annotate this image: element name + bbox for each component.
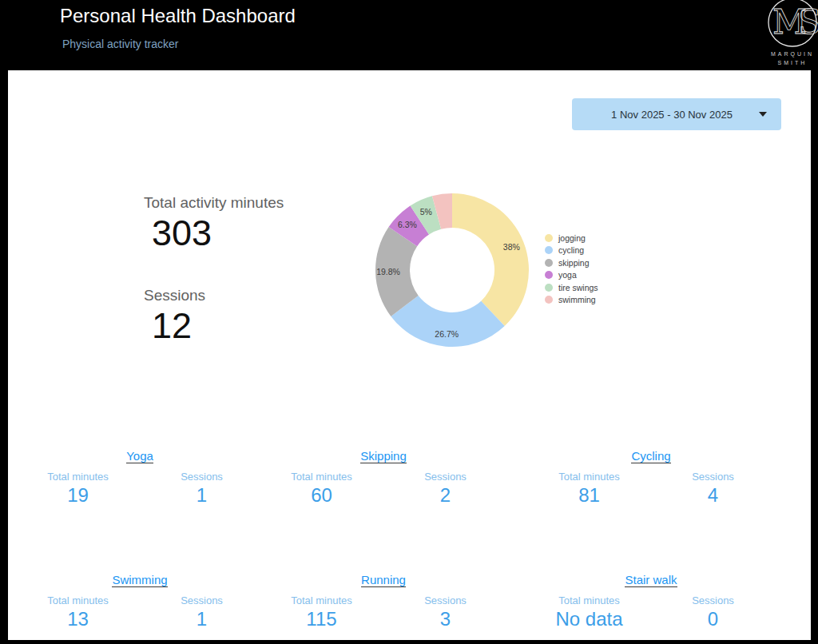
card-minutes-value: No data (527, 608, 651, 630)
activity-card-skipping: Skipping Total minutes 60 Sessions 2 (260, 449, 507, 507)
card-minutes-value: 115 (260, 608, 383, 630)
card-minutes-value: 19 (16, 484, 140, 507)
date-range-selector[interactable]: 1 Nov 2025 - 30 Nov 2025 (572, 98, 781, 130)
legend-item-tire-swings: tire swings (545, 281, 598, 294)
activity-card-swimming: Swimming Total minutes 13 Sessions 1 (16, 573, 264, 630)
logo-monogram: MS (772, 2, 818, 42)
legend-label: cycling (558, 245, 584, 255)
legend-item-yoga: yoga (545, 269, 598, 282)
activity-card-cycling: Cycling Total minutes 81 Sessions 4 (527, 449, 775, 507)
legend-swatch-icon (545, 284, 553, 292)
legend-item-swimming: swimming (545, 294, 598, 307)
card-minutes-label: Total minutes (16, 594, 140, 606)
card-sessions-label: Sessions (651, 471, 775, 483)
sessions-value: 12 (152, 306, 284, 346)
legend-item-skipping: skipping (545, 256, 598, 269)
card-minutes-value: 81 (527, 484, 651, 507)
page-title: Personal Health Dashboard (60, 5, 296, 27)
slice-pct-label: 6.3% (398, 220, 417, 229)
total-minutes-label: Total activity minutes (144, 194, 284, 212)
legend-label: tire swings (558, 283, 598, 292)
card-sessions-label: Sessions (140, 594, 264, 606)
sessions-label: Sessions (144, 287, 284, 304)
activity-link-cycling[interactable]: Cycling (631, 449, 670, 463)
brand-logo: MS MARQUIN SMITH (714, 0, 818, 70)
activity-link-swimming[interactable]: Swimming (112, 573, 167, 587)
activity-card-yoga: Yoga Total minutes 19 Sessions 1 (16, 449, 264, 507)
legend-label: swimming (558, 295, 596, 304)
card-minutes-value: 60 (260, 484, 383, 507)
card-sessions-value: 4 (651, 484, 775, 507)
activity-link-running[interactable]: Running (361, 573, 406, 587)
card-sessions-value: 2 (383, 484, 507, 507)
donut-chart: 38%26.7%19.8%6.3%5% (372, 190, 532, 350)
legend-swatch-icon (545, 296, 553, 304)
summary-stats: Total activity minutes 303 Sessions 12 (144, 194, 284, 345)
slice-pct-label: 19.8% (376, 267, 400, 276)
card-minutes-label: Total minutes (527, 594, 651, 606)
card-sessions-label: Sessions (140, 471, 264, 483)
dashboard-panel: 1 Nov 2025 - 30 Nov 2025 Total activity … (8, 70, 811, 640)
card-minutes-label: Total minutes (16, 471, 140, 483)
activity-link-yoga[interactable]: Yoga (126, 449, 153, 463)
card-sessions-value: 1 (140, 608, 264, 630)
slice-pct-label: 26.7% (435, 329, 459, 339)
logo-text-line2: SMITH (778, 60, 808, 66)
activity-card-stair-walk: Stair walk Total minutes No data Session… (527, 573, 775, 630)
activity-card-running: Running Total minutes 115 Sessions 3 (260, 573, 507, 630)
legend-swatch-icon (545, 271, 553, 279)
card-sessions-label: Sessions (383, 594, 507, 606)
legend-swatch-icon (545, 246, 553, 254)
date-range-value: 1 Nov 2025 - 30 Nov 2025 (591, 109, 752, 121)
page-subtitle: Physical activity tracker (62, 38, 178, 50)
activity-link-stair-walk[interactable]: Stair walk (625, 573, 677, 587)
chart-legend: joggingcyclingskippingyogatire swingsswi… (545, 232, 598, 306)
legend-label: skipping (558, 258, 590, 268)
legend-label: jogging (558, 233, 586, 243)
total-minutes-value: 303 (152, 213, 284, 253)
legend-swatch-icon (545, 259, 553, 267)
card-minutes-label: Total minutes (527, 471, 651, 483)
logo-text-line1: MARQUIN (771, 51, 814, 58)
card-sessions-label: Sessions (651, 594, 775, 606)
card-sessions-label: Sessions (383, 471, 507, 483)
card-minutes-label: Total minutes (260, 471, 383, 483)
legend-label: yoga (558, 270, 577, 280)
slice-pct-label: 38% (503, 242, 520, 252)
card-sessions-value: 1 (140, 484, 264, 507)
card-minutes-label: Total minutes (260, 594, 383, 606)
caret-down-icon (759, 112, 767, 117)
activity-link-skipping[interactable]: Skipping (360, 449, 407, 463)
donut-slice-jogging (452, 193, 529, 326)
card-sessions-value: 3 (383, 608, 507, 630)
app-header: Personal Health Dashboard Physical activ… (0, 0, 818, 70)
legend-item-jogging: jogging (545, 232, 598, 244)
card-sessions-value: 0 (651, 608, 775, 630)
card-minutes-value: 13 (16, 608, 140, 630)
legend-swatch-icon (545, 234, 553, 242)
legend-item-cycling: cycling (545, 244, 598, 257)
slice-pct-label: 5% (420, 207, 432, 217)
